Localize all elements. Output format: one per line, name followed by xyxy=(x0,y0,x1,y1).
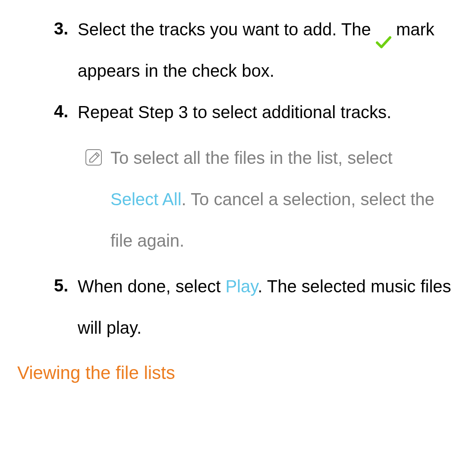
note-block: To select all the files in the list, sel… xyxy=(9,137,457,261)
svg-line-0 xyxy=(95,154,98,157)
step-5-number: 5. xyxy=(54,266,76,298)
step-5-content: When done, select Play. The selected mus… xyxy=(76,266,457,348)
note-content: To select all the files in the list, sel… xyxy=(110,137,440,261)
select-all-label: Select All xyxy=(110,190,182,209)
step-4-number: 4. xyxy=(54,91,76,123)
step-4-content: Repeat Step 3 to select additional track… xyxy=(76,91,457,133)
step-5-text-part1: When done, select xyxy=(78,277,225,296)
step-5: 5. When done, select Play. The selected … xyxy=(9,266,457,348)
step-3-number: 3. xyxy=(54,9,76,41)
section-heading: Viewing the file lists xyxy=(9,361,457,385)
step-3: 3. Select the tracks you want to add. Th… xyxy=(9,9,457,91)
play-label: Play xyxy=(225,277,258,296)
checkmark-icon xyxy=(376,23,391,37)
note-text-part1: To select all the files in the list, sel… xyxy=(110,148,393,167)
step-4: 4. Repeat Step 3 to select additional tr… xyxy=(9,91,457,133)
step-3-text-before: Select the tracks you want to add. The xyxy=(78,20,376,39)
note-pencil-icon xyxy=(85,149,102,166)
step-3-content: Select the tracks you want to add. The m… xyxy=(76,9,457,91)
